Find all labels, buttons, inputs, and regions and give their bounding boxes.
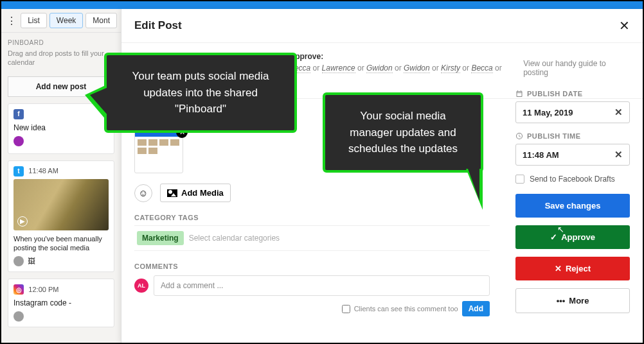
reject-button[interactable]: ✕ Reject (515, 257, 630, 280)
clock-icon (515, 132, 523, 140)
annotation-callout-pinboard: Your team puts social media updates into… (104, 53, 297, 133)
client-visibility-label: Clients can see this comment too (354, 305, 458, 313)
view-tab-month[interactable]: Mont (85, 13, 117, 28)
video-thumbnail (13, 179, 109, 230)
more-menu-icon[interactable]: ⋮ (5, 13, 18, 28)
category-tags-row[interactable]: Marketing Select calendar categories (134, 225, 490, 251)
pin-card-twitter[interactable]: t 11:48 AM When you've been manually pos… (8, 160, 114, 273)
posting-guide-link[interactable]: View our handy guide to posting (523, 59, 630, 77)
add-media-label: Add Media (181, 188, 224, 198)
annotation-callout-manager: Your social media manager updates and sc… (323, 92, 483, 173)
publish-date-input[interactable]: 11 May, 2019✕ (515, 101, 630, 123)
save-changes-button[interactable]: Save changes (515, 194, 630, 218)
add-comment-button[interactable]: Add (462, 301, 490, 316)
pin-card-time: 12:00 PM (28, 286, 58, 293)
view-tab-list[interactable]: List (21, 13, 47, 28)
calendar-view-tabs: ⋮ List Week Mont (1, 9, 121, 33)
publish-time-input[interactable]: 11:48 AM✕ (515, 144, 630, 166)
schedule-actions-column: PUBLISH DATE 11 May, 2019✕ PUBLISH TIME … (503, 80, 643, 343)
comment-author-avatar: AL (134, 279, 148, 293)
pinboard-hint: Drag and drop posts to fill your calenda… (1, 49, 121, 74)
author-avatar (13, 256, 24, 266)
facebook-icon: f (13, 109, 24, 119)
pin-card-footer (13, 311, 109, 322)
pin-card-time: 11:48 AM (28, 167, 58, 175)
facebook-drafts-label: Send to Facebook Drafts (530, 175, 615, 184)
modal-title: Edit Post (134, 19, 182, 32)
author-avatar (13, 136, 24, 146)
facebook-drafts-row[interactable]: Send to Facebook Drafts (515, 175, 630, 184)
view-tab-week[interactable]: Week (49, 13, 83, 28)
instagram-icon: ◎ (13, 284, 24, 295)
calendar-icon (515, 90, 523, 98)
approve-button[interactable]: ✓ Approve (515, 225, 630, 249)
pinboard-column: ⋮ List Week Mont PINBOARD Drag and drop … (1, 9, 121, 343)
pin-card-instagram[interactable]: ◎ 12:00 PM Instagram code - (8, 279, 114, 327)
x-icon: ✕ (555, 264, 562, 273)
more-actions-button[interactable]: ••• More (515, 288, 630, 313)
app-topbar (1, 1, 643, 9)
tag-placeholder: Select calendar categories (189, 234, 280, 243)
pin-card-title: Instagram code - (13, 298, 109, 307)
tag-marketing[interactable]: Marketing (137, 231, 184, 245)
author-avatar (13, 311, 24, 322)
pin-card-desc: When you've been manually posting the so… (13, 234, 109, 253)
emoji-button[interactable]: ☺ (134, 184, 152, 202)
comments-label: COMMENTS (134, 262, 490, 270)
pinboard-heading: PINBOARD (1, 33, 121, 49)
pin-card-footer: 🖽 (13, 256, 109, 266)
close-icon[interactable]: ✕ (619, 18, 630, 33)
attached-media-thumb[interactable]: ✕ (134, 131, 183, 173)
clear-time-icon[interactable]: ✕ (614, 149, 623, 160)
category-tags-label: CATEGORY TAGS (134, 214, 490, 221)
checkbox-icon[interactable] (515, 175, 524, 184)
client-visibility-checkbox[interactable] (342, 305, 350, 313)
comment-input[interactable]: Add a comment ... (154, 275, 490, 296)
publish-date-label: PUBLISH DATE (515, 90, 630, 98)
publish-time-label: PUBLISH TIME (515, 132, 630, 140)
next-to-approve-label: Next to approve: (263, 51, 515, 62)
pin-card-title: New idea (13, 123, 109, 132)
add-media-button[interactable]: Add Media (160, 184, 231, 202)
clear-date-icon[interactable]: ✕ (614, 107, 623, 118)
ellipsis-icon: ••• (557, 296, 566, 305)
twitter-icon: t (13, 166, 24, 176)
image-icon (167, 189, 177, 197)
check-icon: ✓ (550, 232, 557, 242)
attachment-icon: 🖽 (28, 257, 35, 266)
mouse-cursor-icon: ↖ (557, 225, 564, 234)
